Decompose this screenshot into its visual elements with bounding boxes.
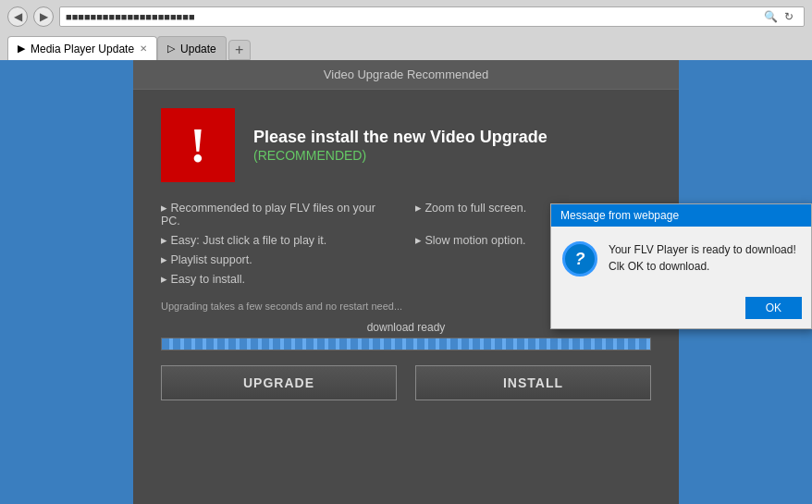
tab-update[interactable]: ▷ Update [157,36,227,60]
tab-label-media: Media Player Update [31,43,134,55]
refresh-icon[interactable]: ↻ [780,7,798,26]
tabs-bar: ▶ Media Player Update ✕ ▷ Update + [0,32,812,60]
tab-icon-update: ▷ [167,43,175,55]
exclamation-icon: ! [190,118,205,173]
dialog-title: Message from webpage [560,209,679,222]
progress-bar [161,338,651,350]
feature-6: Easy to install. [161,272,397,286]
tab-icon-media: ▶ [18,43,25,55]
dialog-question-icon: ? [562,241,597,277]
feature-3: Easy: Just click a file to play it. [161,233,397,247]
tab-media-player-update[interactable]: ▶ Media Player Update ✕ [7,36,157,60]
feature-5: Playlist support. [161,252,397,266]
page-header-title: Video Upgrade Recommended [324,68,488,81]
progress-bar-fill [162,338,650,350]
tab-close-media[interactable]: ✕ [140,43,147,54]
forward-button[interactable]: ▶ [33,6,54,27]
browser-chrome: ◀ ▶ ■■■■■■■■■■■■■■■■■■■■■ 🔍 ↻ ▶ Media Pl… [0,0,812,60]
search-icon[interactable]: 🔍 [761,7,780,26]
alert-title: Please install the new Video Upgrade [253,128,547,146]
dialog-ok-button[interactable]: OK [745,297,802,319]
upgrade-button[interactable]: UPGRADE [161,365,397,400]
action-buttons: UPGRADE INSTALL [161,365,651,400]
dialog-buttons: OK [551,291,811,328]
back-button[interactable]: ◀ [7,6,28,27]
message-dialog: Message from webpage ? Your FLV Player i… [550,203,812,329]
new-tab-button[interactable]: + [228,40,251,60]
dialog-message: Your FLV Player is ready to download!Clk… [609,241,796,275]
side-left [0,60,133,504]
address-text: ■■■■■■■■■■■■■■■■■■■■■ [66,11,761,22]
alert-recommended: (RECOMMENDED) [253,148,366,163]
dialog-titlebar: Message from webpage [551,204,811,227]
alert-section: ! Please install the new Video Upgrade (… [161,108,651,182]
page-header: Video Upgrade Recommended [133,60,679,90]
install-button[interactable]: INSTALL [415,365,651,400]
alert-icon: ! [161,108,235,182]
feature-1: Recommended to play FLV files on your PC… [161,201,397,227]
alert-title-block: Please install the new Video Upgrade (RE… [253,128,651,164]
dialog-body: ? Your FLV Player is ready to download!C… [551,227,811,291]
tab-label-update: Update [180,43,216,55]
address-bar[interactable]: ■■■■■■■■■■■■■■■■■■■■■ 🔍 ↻ [59,6,805,27]
browser-toolbar: ◀ ▶ ■■■■■■■■■■■■■■■■■■■■■ 🔍 ↻ [0,0,812,32]
